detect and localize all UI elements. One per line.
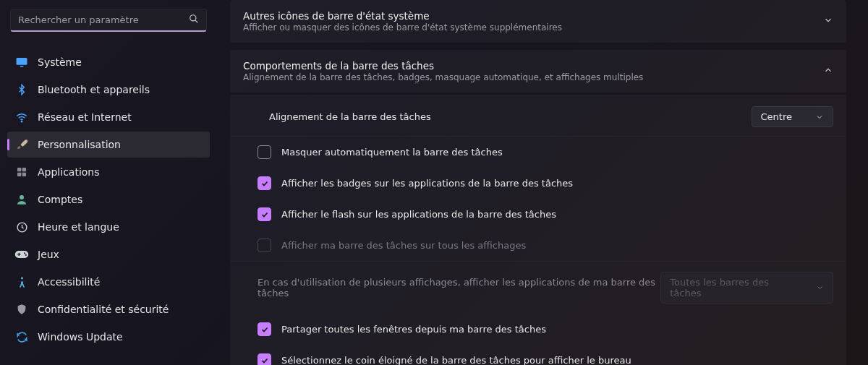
sidebar-item-label: Jeux xyxy=(38,249,59,260)
checkbox-row: Afficher ma barre des tâches sur tous le… xyxy=(230,230,846,261)
checkbox-row: Sélectionnez le coin éloigné de la barre… xyxy=(230,345,846,365)
sidebar-item-label: Comptes xyxy=(38,194,82,205)
multi-display-info: En cas d'utilisation de plusieurs affich… xyxy=(258,277,660,299)
chevron-up-icon xyxy=(823,64,833,78)
sidebar-item-accessibility[interactable]: Accessibilité xyxy=(7,269,210,295)
sidebar-item-accounts[interactable]: Comptes xyxy=(7,186,210,212)
sidebar-item-privacy[interactable]: Confidentialité et sécurité xyxy=(7,296,210,322)
gamepad-icon xyxy=(14,247,29,262)
sidebar-item-update[interactable]: Windows Update xyxy=(7,324,210,350)
check-icon xyxy=(260,210,269,219)
checkbox-row: Afficher les badges sur les applications… xyxy=(230,168,846,199)
checkbox-row: Masquer automatiquement la barre des tâc… xyxy=(230,137,846,168)
multi-display-value: Toutes les barres des tâches xyxy=(670,277,793,299)
section-subtitle: Alignement de la barre des tâches, badge… xyxy=(243,72,643,82)
search-icon xyxy=(189,13,199,27)
chevron-down-icon xyxy=(816,283,824,292)
checkbox[interactable] xyxy=(258,322,271,336)
sidebar-item-system[interactable]: Système xyxy=(7,49,210,75)
checkbox-row: Partager toutes les fenêtres depuis ma b… xyxy=(230,314,846,345)
sidebar-item-label: Windows Update xyxy=(38,331,123,343)
sidebar-item-network[interactable]: Réseau et Internet xyxy=(7,104,210,130)
checkbox-label: Afficher ma barre des tâches sur tous le… xyxy=(281,240,833,251)
access-icon xyxy=(14,275,29,289)
sidebar-item-label: Bluetooth et appareils xyxy=(38,84,150,95)
checkbox[interactable] xyxy=(258,145,271,159)
sidebar-item-label: Heure et langue xyxy=(38,221,119,233)
checkbox[interactable] xyxy=(258,353,271,365)
section-title: Comportements de la barre des tâches xyxy=(243,60,643,72)
checkbox-label: Afficher le flash sur les applications d… xyxy=(281,209,833,220)
svg-point-9 xyxy=(20,195,24,199)
section-body: Alignement de la barre des tâches Centre… xyxy=(230,95,846,365)
grid-icon xyxy=(14,165,29,179)
checkbox[interactable] xyxy=(258,207,271,221)
sidebar-item-label: Applications xyxy=(38,166,100,178)
multi-display-dropdown: Toutes les barres des tâches xyxy=(660,272,833,304)
checkbox-label: Sélectionnez le coin éloigné de la barre… xyxy=(281,355,833,365)
checkbox[interactable] xyxy=(258,176,271,190)
sidebar-item-label: Système xyxy=(38,56,82,68)
nav-list: Système Bluetooth et appareils Réseau et… xyxy=(7,49,210,350)
sidebar-item-label: Confidentialité et sécurité xyxy=(38,304,169,315)
svg-point-4 xyxy=(21,121,22,122)
chevron-down-icon xyxy=(815,113,824,121)
section-subtitle: Afficher ou masquer des icônes de barre … xyxy=(243,22,562,33)
shield-icon xyxy=(14,302,29,317)
section-title: Autres icônes de barre d'état système xyxy=(243,10,562,22)
section-other-icons[interactable]: Autres icônes de barre d'état système Af… xyxy=(230,0,846,43)
svg-rect-6 xyxy=(22,168,26,171)
update-icon xyxy=(14,330,29,344)
search-input[interactable] xyxy=(18,14,189,25)
svg-point-13 xyxy=(25,254,27,256)
checkbox-label: Partager toutes les fenêtres depuis ma b… xyxy=(281,324,833,335)
row-multi-display: En cas d'utilisation de plusieurs affich… xyxy=(230,261,846,314)
svg-rect-2 xyxy=(17,58,27,65)
svg-line-1 xyxy=(195,20,197,22)
alignment-label: Alignement de la barre des tâches xyxy=(269,111,752,122)
row-alignment: Alignement de la barre des tâches Centre xyxy=(230,98,846,137)
checkbox xyxy=(258,239,271,252)
chevron-down-icon xyxy=(823,14,833,28)
sidebar-item-apps[interactable]: Applications xyxy=(7,159,210,185)
bluetooth-icon xyxy=(14,82,29,97)
sidebar-item-label: Réseau et Internet xyxy=(38,111,132,123)
sidebar-item-label: Accessibilité xyxy=(38,276,100,288)
check-icon xyxy=(260,325,269,334)
person-icon xyxy=(14,192,29,207)
checkbox-label: Masquer automatiquement la barre des tâc… xyxy=(281,147,833,158)
check-icon xyxy=(260,179,269,188)
svg-rect-5 xyxy=(17,168,21,171)
svg-point-16 xyxy=(20,277,22,279)
svg-rect-15 xyxy=(19,253,20,256)
alignment-dropdown[interactable]: Centre xyxy=(752,106,833,127)
alignment-value: Centre xyxy=(761,111,792,122)
sidebar-item-time[interactable]: Heure et langue xyxy=(7,214,210,240)
svg-point-0 xyxy=(190,15,196,21)
check-icon xyxy=(260,356,269,365)
section-behaviors[interactable]: Comportements de la barre des tâches Ali… xyxy=(230,50,846,93)
checkbox-row: Afficher le flash sur les applications d… xyxy=(230,199,846,230)
svg-rect-8 xyxy=(22,173,26,176)
wifi-icon xyxy=(14,110,29,124)
brush-icon xyxy=(14,137,29,152)
sidebar-item-personalization[interactable]: Personnalisation xyxy=(7,132,210,158)
search-box[interactable] xyxy=(10,9,207,32)
svg-rect-7 xyxy=(17,173,21,176)
clock-icon xyxy=(14,220,29,234)
svg-rect-3 xyxy=(20,66,24,67)
sidebar-item-bluetooth[interactable]: Bluetooth et appareils xyxy=(7,77,210,103)
sidebar-item-gaming[interactable]: Jeux xyxy=(7,241,210,267)
svg-point-12 xyxy=(24,252,25,254)
checkbox-label: Afficher les badges sur les applications… xyxy=(281,178,833,189)
monitor-icon xyxy=(14,55,29,69)
sidebar-item-label: Personnalisation xyxy=(38,139,121,150)
